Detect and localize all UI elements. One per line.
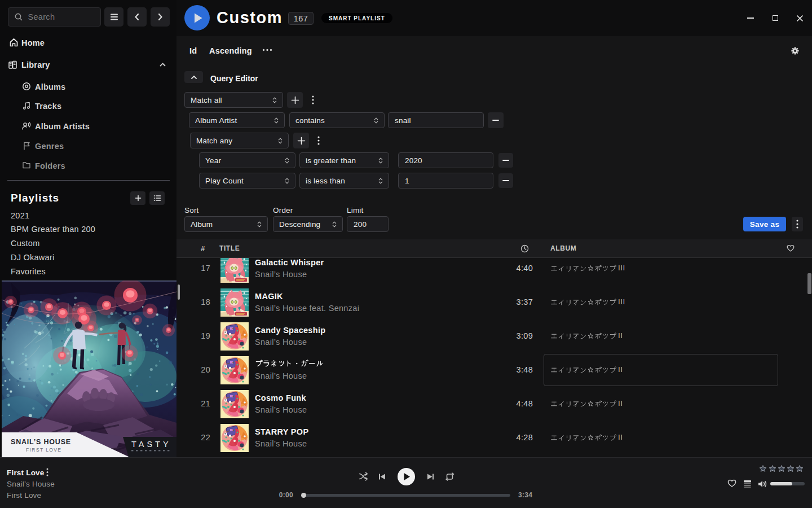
svg-text:TASTY: TASTY [131, 440, 171, 449]
svg-text:SNAIL’S HOUSE: SNAIL’S HOUSE [11, 438, 71, 446]
svg-text:FIRST LOVE: FIRST LOVE [26, 447, 61, 453]
